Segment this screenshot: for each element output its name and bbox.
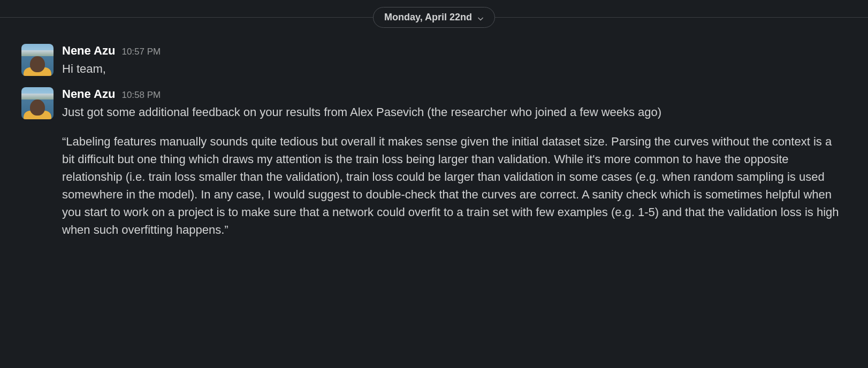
message-content: Nene Azu 10:57 PM Hi team, bbox=[62, 44, 847, 78]
message-text: “Labeling features manually sounds quite… bbox=[62, 133, 847, 239]
date-pill-button[interactable]: Monday, April 22nd bbox=[373, 7, 495, 28]
author-name[interactable]: Nene Azu bbox=[62, 87, 115, 101]
author-name[interactable]: Nene Azu bbox=[62, 44, 115, 58]
message-header: Nene Azu 10:58 PM bbox=[62, 87, 847, 101]
message-timestamp[interactable]: 10:57 PM bbox=[121, 47, 161, 57]
avatar[interactable] bbox=[21, 44, 54, 76]
message-list: Nene Azu 10:57 PM Hi team, Nene Azu 10:5… bbox=[0, 28, 868, 239]
date-divider: Monday, April 22nd bbox=[0, 6, 868, 28]
message-content: Nene Azu 10:58 PM Just got some addition… bbox=[62, 87, 847, 239]
date-pill-label: Monday, April 22nd bbox=[384, 12, 472, 23]
message-text: Hi team, bbox=[62, 60, 847, 78]
avatar[interactable] bbox=[21, 87, 54, 119]
message-header: Nene Azu 10:57 PM bbox=[62, 44, 847, 58]
message-item: Nene Azu 10:57 PM Hi team, bbox=[21, 44, 847, 78]
message-timestamp[interactable]: 10:58 PM bbox=[121, 90, 161, 101]
message-text: Just got some additional feedback on you… bbox=[62, 103, 847, 121]
chevron-down-icon bbox=[477, 14, 484, 20]
message-item: Nene Azu 10:58 PM Just got some addition… bbox=[21, 87, 847, 239]
message-body: Hi team, bbox=[62, 60, 847, 78]
message-body: Just got some additional feedback on you… bbox=[62, 103, 847, 239]
